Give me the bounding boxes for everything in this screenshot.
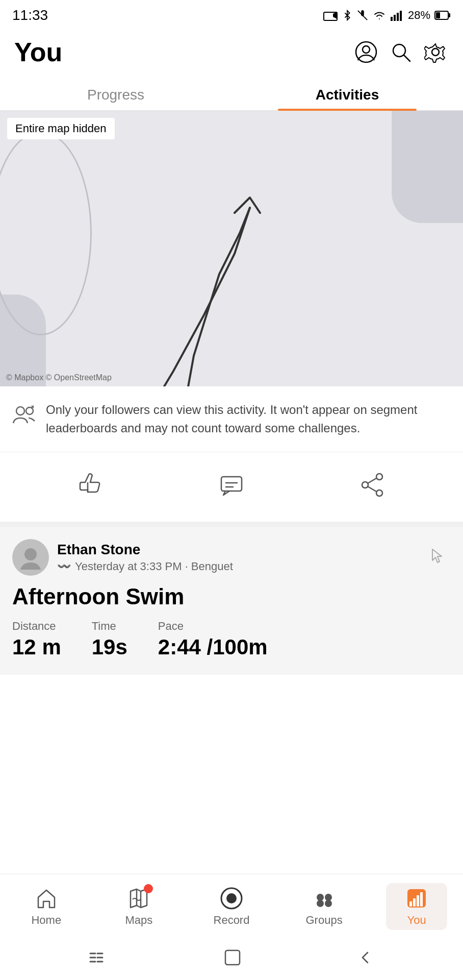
svg-point-33 — [226, 893, 237, 903]
home-icon — [34, 886, 59, 911]
svg-point-14 — [432, 48, 439, 56]
avatar — [12, 539, 49, 576]
followers-icon — [12, 403, 37, 427]
svg-rect-5 — [397, 13, 399, 21]
comment-button[interactable] — [203, 467, 260, 503]
groups-icon-svg — [313, 887, 336, 910]
svg-line-27 — [368, 486, 376, 492]
route-svg — [0, 111, 463, 386]
svg-rect-41 — [417, 895, 419, 906]
signal-icon — [391, 10, 404, 21]
svg-rect-4 — [394, 15, 396, 21]
battery-percent: 28% — [408, 9, 430, 22]
status-bar: 11:33 28% — [0, 0, 463, 29]
svg-rect-40 — [413, 898, 416, 906]
svg-point-35 — [325, 894, 332, 901]
stats-row: Distance 12 m Time 19s Pace 2:44 /100m — [12, 620, 451, 659]
maps-label: Maps — [125, 914, 152, 927]
privacy-text: Only your followers can view this activi… — [46, 401, 451, 437]
svg-point-34 — [317, 894, 324, 901]
stat-time: Time 19s — [92, 620, 127, 659]
svg-rect-6 — [400, 11, 402, 21]
record-icon — [219, 886, 244, 911]
svg-point-25 — [362, 482, 368, 488]
svg-rect-42 — [420, 892, 423, 906]
user-info: Ethan Stone 〰️ Yesterday at 3:33 PM · Be… — [57, 542, 233, 573]
bluetooth-icon — [342, 10, 353, 21]
page-title: You — [14, 37, 62, 67]
camera-icon — [323, 10, 338, 21]
status-time: 11:33 — [12, 7, 48, 23]
activity-title: Afternoon Swim — [12, 584, 451, 609]
distance-label: Distance — [12, 620, 61, 633]
map-hidden-label: Entire map hidden — [7, 118, 115, 139]
svg-point-24 — [376, 490, 382, 496]
nav-item-record[interactable]: Record — [201, 883, 262, 930]
user-avatar-icon — [17, 544, 44, 571]
activity-user: Ethan Stone 〰️ Yesterday at 3:33 PM · Be… — [12, 539, 233, 576]
search-icon — [390, 41, 412, 63]
more-options-button[interactable] — [424, 542, 451, 573]
comment-icon — [218, 472, 245, 498]
svg-point-37 — [325, 900, 332, 907]
svg-rect-20 — [221, 477, 242, 491]
recent-apps-button[interactable] — [88, 949, 109, 966]
recent-apps-icon — [88, 949, 109, 966]
nav-item-maps[interactable]: Maps — [108, 883, 169, 930]
activity-card-header: Ethan Stone 〰️ Yesterday at 3:33 PM · Be… — [12, 539, 451, 576]
svg-point-28 — [24, 548, 37, 560]
like-button[interactable] — [62, 467, 119, 503]
share-button[interactable] — [344, 467, 401, 503]
nav-item-you[interactable]: You — [386, 883, 447, 930]
svg-point-15 — [16, 407, 24, 415]
home-button[interactable] — [223, 948, 242, 967]
activity-timestamp: Yesterday at 3:33 PM · Benguet — [75, 560, 233, 573]
nav-item-home[interactable]: Home — [16, 883, 77, 930]
pace-value: 2:44 /100m — [158, 635, 268, 659]
time-value: 19s — [92, 635, 127, 659]
privacy-notice: Only your followers can view this activi… — [0, 386, 463, 452]
svg-point-23 — [376, 474, 382, 480]
privacy-icon — [12, 403, 37, 427]
svg-rect-8 — [436, 12, 440, 18]
groups-label: Groups — [306, 914, 343, 927]
thumbs-up-icon — [78, 472, 104, 498]
home-icon-svg — [35, 887, 58, 910]
you-label: You — [407, 914, 426, 927]
battery-icon — [434, 11, 451, 20]
svg-point-36 — [317, 900, 324, 907]
nav-item-groups[interactable]: Groups — [294, 883, 355, 930]
you-icon-svg — [405, 887, 428, 910]
cursor-icon — [429, 547, 446, 564]
svg-rect-3 — [391, 17, 393, 21]
profile-button[interactable] — [353, 39, 379, 65]
gear-icon — [424, 41, 447, 63]
svg-point-11 — [363, 46, 370, 53]
map-copyright: © Mapbox © OpenStreetMap — [6, 373, 112, 382]
you-icon — [404, 886, 429, 911]
svg-marker-1 — [333, 12, 337, 19]
user-meta: 〰️ Yesterday at 3:33 PM · Benguet — [57, 560, 233, 573]
header-icon-group — [353, 39, 449, 65]
system-nav — [0, 935, 463, 980]
svg-line-26 — [368, 478, 376, 483]
svg-rect-9 — [449, 13, 450, 17]
settings-button[interactable] — [422, 39, 449, 65]
header: You — [0, 29, 463, 78]
home-button-icon — [223, 948, 242, 967]
pace-label: Pace — [158, 620, 268, 633]
tab-activities[interactable]: Activities — [232, 78, 463, 110]
home-label: Home — [31, 914, 61, 927]
search-button[interactable] — [388, 39, 414, 65]
time-label: Time — [92, 620, 127, 633]
record-icon-svg — [219, 886, 244, 911]
maps-badge — [144, 884, 153, 893]
back-icon — [356, 948, 375, 967]
back-button[interactable] — [356, 948, 375, 967]
activity-map: Entire map hidden © Mapbox © OpenStreetM… — [0, 111, 463, 386]
svg-rect-49 — [225, 950, 240, 965]
maps-icon — [126, 886, 151, 911]
wifi-icon — [372, 10, 387, 21]
share-icon — [359, 472, 385, 498]
tab-progress[interactable]: Progress — [0, 78, 232, 110]
